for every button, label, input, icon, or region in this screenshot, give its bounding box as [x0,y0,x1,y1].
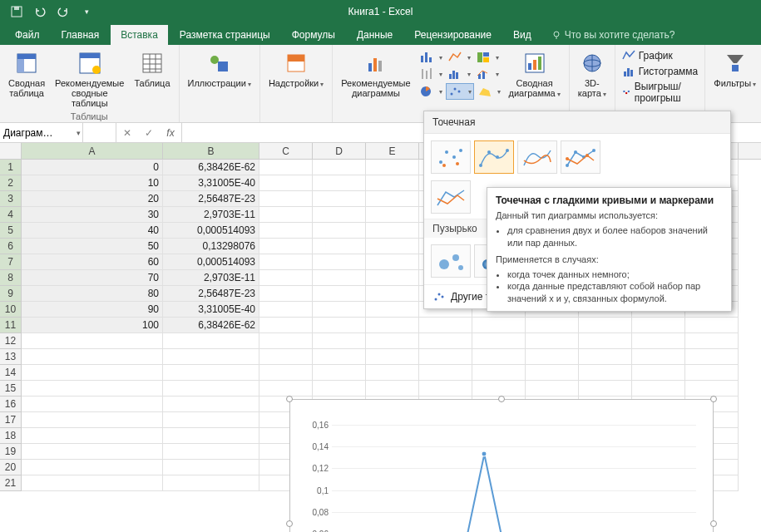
row-header[interactable]: 1 [0,160,22,175]
row-header[interactable]: 2 [0,175,22,191]
cell[interactable] [472,365,526,381]
cell[interactable]: 2,9703E-11 [163,207,259,223]
cell[interactable] [259,302,313,318]
cell[interactable] [419,365,472,381]
tell-me-search[interactable]: Что вы хотите сделать? [543,25,684,45]
cell[interactable] [313,175,366,191]
cell[interactable] [632,349,685,365]
fx-icon[interactable]: fx [160,127,181,139]
cell[interactable] [472,381,526,397]
cell[interactable] [526,333,579,349]
cell[interactable] [685,318,739,333]
sparkline-line-button[interactable]: График [620,48,699,63]
cell[interactable] [259,349,313,365]
cell[interactable] [163,412,259,428]
save-icon[interactable] [7,2,27,22]
chart-handle[interactable] [710,520,717,527]
name-box-dropdown-icon[interactable]: ▾ [77,129,81,137]
cell[interactable] [259,381,313,397]
cell[interactable]: 30 [22,207,163,223]
3d-map-button[interactable]: 3D- карта▾ [575,48,610,101]
cell[interactable] [632,365,685,381]
cell[interactable] [313,191,366,207]
cell[interactable] [366,239,419,254]
cell[interactable]: 20 [22,191,163,207]
combo-chart-button[interactable]: ▾ [474,66,501,81]
cell[interactable] [313,381,366,397]
cell[interactable] [366,270,419,286]
treemap-chart-button[interactable]: ▾ [474,50,501,65]
recommended-charts-button[interactable]: Рекомендуемые диаграммы [338,48,413,101]
cell[interactable] [22,349,163,365]
cell[interactable] [419,318,472,333]
cell[interactable] [22,333,163,349]
cell[interactable] [259,333,313,349]
cell[interactable] [259,191,313,207]
cell[interactable] [313,286,366,302]
cell[interactable] [163,333,259,349]
cell[interactable] [366,223,419,239]
cell[interactable] [313,270,366,286]
row-header[interactable]: 10 [0,302,22,318]
cell[interactable]: 60 [22,254,163,270]
cell[interactable] [163,428,259,444]
cell[interactable] [313,160,366,175]
cell[interactable]: 3,31005E-40 [163,302,259,318]
confirm-formula-icon[interactable]: ✓ [138,127,160,139]
undo-icon[interactable] [30,2,50,22]
cell[interactable] [366,286,419,302]
cell[interactable] [163,397,259,412]
pivot-chart-button[interactable]: Сводная диаграмма▾ [506,48,564,101]
row-header[interactable]: 4 [0,207,22,223]
cell[interactable] [579,349,632,365]
cell[interactable] [366,365,419,381]
cell[interactable]: 0,000514093 [163,223,259,239]
redo-icon[interactable] [53,2,73,22]
cell[interactable] [259,223,313,239]
pivot-table-button[interactable]: Сводная таблица [5,48,48,110]
cell[interactable] [259,175,313,191]
cell[interactable]: 2,56487E-23 [163,191,259,207]
qat-dropdown-icon[interactable]: ▾ [77,2,96,22]
cell[interactable] [313,223,366,239]
name-box-input[interactable] [3,127,79,139]
tab-formulas[interactable]: Формулы [282,25,345,45]
cell[interactable]: 0,000514093 [163,254,259,270]
cell[interactable] [313,333,366,349]
row-header[interactable]: 3 [0,191,22,207]
col-header-A[interactable]: A [22,143,163,159]
cell[interactable] [632,318,685,333]
recommended-pivot-button[interactable]: Рекомендуемые сводные таблицы [52,48,127,110]
pie-chart-button[interactable]: ▾ [418,83,444,100]
cell[interactable] [313,302,366,318]
cell[interactable] [685,381,739,397]
histogram-button[interactable]: ▾ [446,66,472,81]
cell[interactable] [366,207,419,223]
cell[interactable] [259,365,313,381]
chart-handle[interactable] [710,396,717,402]
cell[interactable] [472,318,526,333]
scatter-straight-markers-option[interactable] [561,140,600,174]
cell[interactable] [419,381,472,397]
tab-insert[interactable]: Вставка [111,25,168,45]
row-header[interactable]: 8 [0,270,22,286]
tab-home[interactable]: Главная [52,25,110,45]
row-header[interactable]: 11 [0,318,22,333]
cell[interactable] [259,318,313,333]
line-chart-button[interactable]: ▾ [446,50,472,65]
scatter-straight-option[interactable] [431,180,471,214]
cell[interactable]: 10 [22,175,163,191]
cell[interactable]: 2,56487E-23 [163,286,259,302]
cell[interactable] [313,239,366,254]
cell[interactable] [579,333,632,349]
row-header[interactable]: 13 [0,349,22,365]
sparkline-column-button[interactable]: Гистограмма [620,64,699,79]
stock-chart-button[interactable]: ▾ [418,66,444,81]
cell[interactable] [22,397,163,412]
scatter-smooth-option[interactable] [517,140,557,174]
cell[interactable]: 0 [22,160,163,175]
cell[interactable] [259,239,313,254]
cell[interactable] [22,412,163,428]
cell[interactable] [632,381,685,397]
cell[interactable] [163,365,259,381]
